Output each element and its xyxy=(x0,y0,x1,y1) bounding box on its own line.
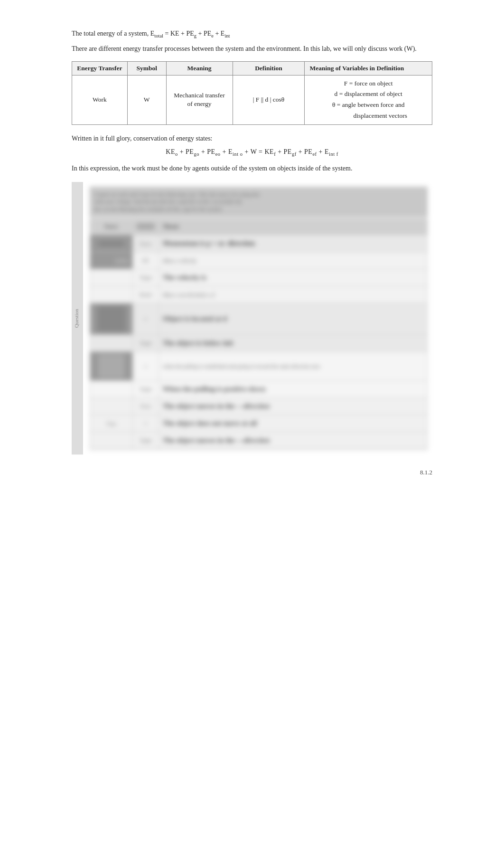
eq-ke: KE xyxy=(166,148,175,155)
intro-equation-line: The total energy of a system, Etotal = K… xyxy=(72,28,432,40)
blurred-header-row: Force Thrust xyxy=(90,218,427,235)
blurred-cell-2-3: Mass x velocity xyxy=(159,252,427,269)
blurred-row-10: True v The object does not move at all xyxy=(90,415,427,432)
blurred-row-1: Force Momentum is p = m · direction xyxy=(90,235,427,252)
eq-into: int o xyxy=(233,151,243,157)
col-header-energy: Energy Transfer xyxy=(72,61,128,75)
blurred-cell-3-1 xyxy=(90,269,133,286)
blurred-cell-10-2: v xyxy=(133,415,159,432)
cell-vars: F = force on object d = displacement of … xyxy=(305,75,432,125)
blurred-col3-header: Thrust xyxy=(159,218,427,235)
blurred-row-6: Target The object is below init xyxy=(90,335,427,352)
eq-gf: gf xyxy=(292,151,297,157)
blurred-cell-9-2: Force xyxy=(133,398,159,415)
blurred-cell-8-2: Target xyxy=(133,381,159,397)
blurred-cell-8-3: When the pulling is positive down xyxy=(159,381,427,397)
eq-plus-peef: + PE xyxy=(297,148,313,155)
energy-table: Energy Transfer Symbol Meaning Definitio… xyxy=(72,61,432,125)
col-header-vars: Meaning of Variables in Definition xyxy=(305,61,432,75)
blurred-cell-1-1 xyxy=(90,235,133,252)
blurred-cell-3-3: The velocity is xyxy=(159,269,427,286)
eq-plus-pe: + PE xyxy=(178,148,194,155)
blurred-cell-8-1 xyxy=(90,381,133,397)
cell-symbol: W xyxy=(127,75,166,125)
blurred-cell-10-3: The object does not move at all xyxy=(159,415,427,432)
cell-definition: | F || d | cosθ xyxy=(233,75,305,125)
blurred-cell-10-1: True xyxy=(90,415,133,432)
blurred-cell-9-3: The object moves in the — direction xyxy=(159,398,427,415)
blurred-row-5: v Object is located at d xyxy=(90,303,427,335)
blurred-cell-6-1 xyxy=(90,335,133,351)
expression-paragraph: In this expression, the work must be don… xyxy=(72,163,432,173)
blurred-row-7: v when the pulling is established and go… xyxy=(90,352,427,381)
col-header-meaning: Meaning xyxy=(166,61,233,75)
blurred-row-8: Target When the pulling is positive down xyxy=(90,381,427,398)
blurred-cell-5-1 xyxy=(90,303,133,334)
cell-meaning: Mechanical transfer of energy xyxy=(166,75,233,125)
blurred-row-3: Target The velocity is xyxy=(90,269,427,286)
blurred-cell-7-2: v xyxy=(133,352,159,380)
page-content: The total energy of a system, Etotal = K… xyxy=(72,28,432,476)
blurred-cell-7-3: when the pulling is established and goin… xyxy=(159,352,427,380)
blurred-col2-header xyxy=(133,218,159,235)
cell-energy-transfer: Work xyxy=(72,75,128,125)
intro-eq-plus: + PE xyxy=(196,30,211,37)
eq-eo: eo xyxy=(215,151,221,157)
eq-plus-pegf: + PE xyxy=(276,148,292,155)
blurred-row-2: KE Mass x velocity xyxy=(90,252,427,269)
eq-plus-w: + W = KE xyxy=(243,148,274,155)
intro-eq-text: The total energy of a system, E xyxy=(72,30,154,37)
blurred-cell-2-2: KE xyxy=(133,252,159,269)
intro-eq-sub: total xyxy=(154,33,163,38)
intro-paragraph: There are different energy transfer proc… xyxy=(72,44,432,54)
intro-eq-int: int xyxy=(224,33,230,38)
side-label: Question xyxy=(72,182,83,454)
blurred-cell-1-3: Momentum is p = m · direction xyxy=(159,235,427,252)
blurred-cell-3-2: Target xyxy=(133,269,159,286)
table-row-work: Work W Mechanical transfer of energy | F… xyxy=(72,75,432,125)
eq-go: go xyxy=(194,151,199,157)
eq-plus-eint: + E xyxy=(221,148,233,155)
page-number: 8.1.2 xyxy=(72,469,432,476)
conservation-label: Written in it full glory, conservation o… xyxy=(72,133,432,143)
intro-eq-rest: = KE + PE xyxy=(163,30,194,37)
col-header-definition: Definition xyxy=(233,61,305,75)
col-header-symbol: Symbol xyxy=(127,61,166,75)
intro-eq-plus2: + E xyxy=(214,30,224,37)
blurred-cell-5-3: Object is located at d xyxy=(159,303,427,334)
blurred-cell-4-2: Result xyxy=(133,286,159,303)
blurred-cell-11-3: The object moves in the — direction xyxy=(159,432,427,449)
blurred-cell-5-2: v xyxy=(133,303,159,334)
blurred-content: I report on work and I may be the follow… xyxy=(85,182,432,454)
main-equation-block: KEo + PEgo + PEeo + Eint o + W = KEf + P… xyxy=(72,148,432,157)
vars-line1: F = force on object xyxy=(344,80,393,87)
blurred-col1-header: Force xyxy=(90,218,133,235)
blurred-section: Question I report on work and I may be t… xyxy=(72,182,432,454)
eq-plus-pee: + PE xyxy=(199,148,215,155)
blurred-cell-6-3: The object is below init xyxy=(159,335,427,351)
vars-line3: θ = angle between force and xyxy=(332,101,404,108)
blurred-cell-4-3: Mass x acceleration x d xyxy=(159,286,427,303)
eq-ef: ef xyxy=(312,151,317,157)
blurred-table: I report on work and I may be the follow… xyxy=(85,182,432,454)
blurred-cell-4-1 xyxy=(90,286,133,303)
vars-line4: displacement vectors xyxy=(329,112,407,119)
blurred-row-4: Result Mass x acceleration x d xyxy=(90,286,427,303)
blurred-cell-7-1 xyxy=(90,352,133,380)
blurred-row-9: Force The object moves in the — directio… xyxy=(90,398,427,415)
eq-plus-eintf: + E xyxy=(317,148,329,155)
blurred-cell-9-1 xyxy=(90,398,133,415)
blurred-cell-6-2: Target xyxy=(133,335,159,351)
blurred-cell-11-2: Target xyxy=(133,432,159,449)
blurred-row-11: Target The object moves in the — directi… xyxy=(90,432,427,449)
blurred-cell-1-2: Force xyxy=(133,235,159,252)
vars-line2: d = displacement of object xyxy=(335,90,402,97)
blurred-cell-2-1 xyxy=(90,252,133,269)
blurred-cell-11-1 xyxy=(90,432,133,449)
eq-intf: int f xyxy=(329,151,338,157)
